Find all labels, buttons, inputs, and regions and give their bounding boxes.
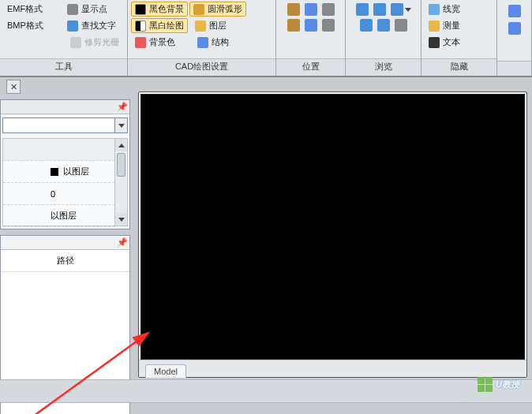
- black-bg-icon: [135, 4, 146, 15]
- pos-icon-5[interactable]: [305, 19, 317, 32]
- pin-icon[interactable]: 📌: [117, 237, 128, 248]
- zoom-dropdown-icon[interactable]: [391, 3, 403, 16]
- bw-icon: [135, 21, 146, 32]
- workspace: ✕ 📌 以图层 0 以图层: [0, 77, 532, 414]
- search-text-icon: [67, 21, 78, 32]
- drawing-canvas[interactable]: [140, 94, 525, 360]
- color-swatch-icon: [51, 168, 58, 176]
- extra-icon-2[interactable]: [508, 22, 521, 35]
- panel2-title: 路径: [1, 250, 129, 272]
- group-label-hide: 隐藏: [421, 58, 496, 76]
- crop-icon: [70, 37, 81, 48]
- panel-head: 📌: [1, 100, 129, 114]
- list-item[interactable]: [3, 139, 114, 161]
- group-label-tools: 工具: [0, 58, 127, 76]
- emf-format-button[interactable]: EMF格式: [3, 2, 62, 17]
- extra-icon-1[interactable]: [508, 5, 521, 17]
- palette-icon: [135, 37, 146, 48]
- linewidth-button[interactable]: 线宽: [425, 2, 493, 17]
- panel2-head: 📌: [1, 236, 129, 250]
- trim-button: 修剪光栅: [66, 35, 123, 50]
- list-item[interactable]: 以图层: [3, 205, 114, 227]
- group-label-cad: CAD绘图设置: [128, 58, 275, 76]
- ribbon-group-position: 位置: [276, 0, 346, 76]
- linewidth-icon: [429, 4, 440, 15]
- tab-model[interactable]: Model: [145, 364, 186, 378]
- pos-icon-1[interactable]: [287, 3, 300, 16]
- group-label-browse: 浏览: [346, 58, 421, 76]
- watermark-logo-icon: [478, 377, 493, 392]
- watermark-url: U.JIAOSHOU.COM: [445, 393, 519, 401]
- ribbon-group-tools: EMF格式 显示点 BMP格式 查找文字 修剪光栅 工具: [0, 0, 128, 76]
- ribbon: EMF格式 显示点 BMP格式 查找文字 修剪光栅 工具 黑色背景 圆滑弧形 黑…: [0, 0, 532, 77]
- pos-icon-4[interactable]: [287, 19, 300, 32]
- scroll-thumb[interactable]: [117, 153, 126, 177]
- list-item[interactable]: 0: [3, 183, 114, 205]
- ribbon-group-browse: 浏览: [346, 0, 421, 76]
- layers-button[interactable]: 图层: [191, 18, 230, 33]
- find-text-button[interactable]: 查找文字: [63, 18, 120, 33]
- dot-icon: [67, 4, 78, 15]
- zoom-extent-icon[interactable]: [377, 19, 390, 32]
- tab-strip: Model: [139, 360, 526, 377]
- watermark-brand: U教授: [478, 377, 519, 392]
- zoom-window-icon[interactable]: [373, 3, 386, 16]
- ribbon-group-hide: 线宽 测量 文本 隐藏: [421, 0, 497, 76]
- layers-icon: [195, 21, 206, 32]
- pos-icon-6[interactable]: [322, 19, 335, 32]
- ribbon-group-extra: [497, 0, 532, 76]
- properties-panel: 📌 以图层 0 以图层: [0, 99, 130, 229]
- zoom-prev-icon[interactable]: [395, 19, 407, 32]
- canvas-container: Model: [138, 91, 527, 378]
- ruler-icon: [429, 21, 440, 32]
- ribbon-group-cad: 黑色背景 圆滑弧形 黑白绘图 图层 背景色 结构 CAD绘图设置: [128, 0, 276, 76]
- zoom-in-icon[interactable]: [356, 3, 369, 16]
- structure-icon: [197, 37, 208, 48]
- text-icon: [429, 37, 440, 48]
- close-tab-button[interactable]: ✕: [6, 80, 21, 94]
- arc-icon: [193, 4, 204, 15]
- scroll-up-button[interactable]: [115, 139, 127, 151]
- group-label-position: 位置: [276, 58, 345, 76]
- bg-color-button[interactable]: 背景色: [131, 35, 179, 50]
- bw-draw-button[interactable]: 黑白绘图: [131, 18, 188, 33]
- scrollbar[interactable]: [114, 139, 127, 226]
- combo-dropdown-button[interactable]: [114, 118, 127, 132]
- show-point-button[interactable]: 显示点: [63, 2, 111, 17]
- pos-icon-2[interactable]: [305, 3, 317, 16]
- pin-icon[interactable]: 📌: [117, 102, 128, 113]
- black-bg-button[interactable]: 黑色背景: [131, 2, 188, 17]
- structure-button[interactable]: 结构: [193, 35, 233, 50]
- bmp-format-button[interactable]: BMP格式: [3, 18, 62, 33]
- smooth-arc-button[interactable]: 圆滑弧形: [189, 2, 246, 17]
- list-item[interactable]: 以图层: [3, 161, 114, 183]
- property-list: 以图层 0 以图层: [2, 138, 128, 226]
- measure-button[interactable]: 测量: [425, 18, 493, 33]
- zoom-out-icon[interactable]: [360, 19, 373, 32]
- text-button[interactable]: 文本: [425, 35, 493, 50]
- scroll-down-button[interactable]: [115, 213, 127, 226]
- pos-icon-3[interactable]: [322, 3, 335, 16]
- combo-selector[interactable]: [2, 117, 128, 133]
